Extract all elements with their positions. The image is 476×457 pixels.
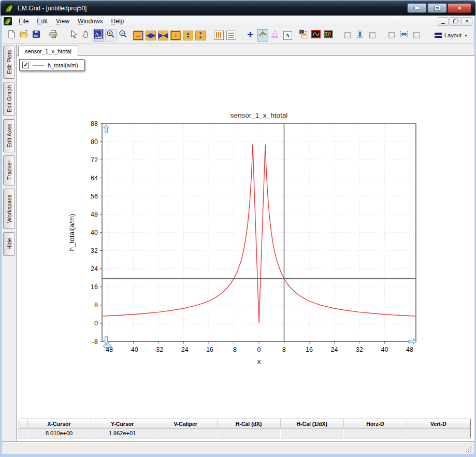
- h-fit-right-checkbox[interactable]: [411, 29, 422, 41]
- svg-text:32: 32: [356, 346, 363, 353]
- minimize-button[interactable]: [407, 3, 427, 13]
- crosshair-button[interactable]: +: [244, 29, 256, 41]
- sidebar-tab-tracker[interactable]: Tracker: [3, 155, 15, 185]
- caliper-button-icon: [270, 30, 280, 41]
- caliper-button[interactable]: [269, 29, 281, 41]
- maximize-button[interactable]: [427, 3, 447, 13]
- dark-plot-button-icon: [311, 30, 321, 41]
- svg-text:40: 40: [381, 346, 388, 353]
- svg-text:16: 16: [91, 283, 98, 291]
- app-logo-icon: [5, 4, 14, 13]
- menu-edit[interactable]: Edit: [33, 16, 52, 26]
- dark-plot-button[interactable]: [310, 29, 322, 41]
- app-window: EM.Grid - [untitledproj50] × FileEditVie…: [0, 0, 476, 457]
- h-fit-button-icon: [399, 30, 409, 41]
- tab-sensor-1-x-htotal[interactable]: sensor_1_x_htotal: [18, 46, 78, 56]
- main-area: Edit PlotsEdit GraphEdit AxesTrackerWork…: [2, 45, 474, 441]
- plot-report-button[interactable]: [298, 29, 309, 41]
- mdi-minimize-icon: [441, 23, 445, 24]
- pointer-tool-button-icon: [69, 30, 78, 41]
- save-button[interactable]: [31, 29, 42, 41]
- menu-file[interactable]: File: [15, 16, 33, 26]
- chevron-down-icon: ▼: [464, 34, 468, 37]
- svg-text:-24: -24: [179, 346, 189, 353]
- mdi-close-icon: ×: [465, 18, 469, 24]
- compress-y-button[interactable]: ▼▲: [195, 29, 206, 41]
- legend-label: h_total(a/m): [48, 62, 78, 68]
- window-title: EM.Grid - [untitledproj50]: [18, 5, 86, 12]
- pan-tool-button[interactable]: [80, 29, 92, 41]
- cursor-value-cell: 1.962e+01: [91, 429, 154, 438]
- h-fit-right-checkbox-icon: [413, 32, 420, 38]
- zoom-out-button[interactable]: [118, 29, 129, 41]
- expand-y-button-icon: ▲▼: [183, 31, 193, 40]
- new-document-button[interactable]: [6, 29, 17, 41]
- text-label-button[interactable]: A: [282, 29, 293, 41]
- cursor-value-cell: [217, 429, 280, 438]
- stretch-x-button[interactable]: ↔: [133, 29, 144, 41]
- svg-text:80: 80: [91, 138, 98, 146]
- svg-text:16: 16: [306, 346, 313, 353]
- resize-grip[interactable]: [465, 445, 471, 452]
- plot-select-button[interactable]: [93, 29, 104, 41]
- tracker-button-icon: [258, 30, 267, 41]
- cursor-value-cell: 8.010e+00: [27, 429, 91, 438]
- zoom-out-button-icon: [119, 30, 128, 41]
- column-header: V-Caliper: [154, 419, 217, 429]
- sidebar-tab-hide[interactable]: Hide: [3, 232, 15, 256]
- menu-items: FileEditViewWindowsHelp: [15, 18, 128, 25]
- plot-report-button-icon: [299, 30, 308, 41]
- zoom-in-button-icon: [106, 30, 116, 41]
- horizontal-markers-button[interactable]: [225, 29, 237, 41]
- expand-y-button[interactable]: ▲▼: [182, 29, 194, 41]
- sidebar-tab-edit-plots[interactable]: Edit Plots: [3, 46, 15, 79]
- stretch-x-button-icon: ↔: [133, 31, 143, 40]
- compress-x-button-icon: ▶◀: [158, 31, 168, 40]
- v-fit-button[interactable]: [354, 29, 366, 41]
- vertical-markers-button[interactable]: [213, 29, 224, 41]
- open-file-button[interactable]: [18, 29, 30, 41]
- cursor-readout-table: X-CursorY-CursorV-CaliperH-Cal (dX)H-Cal…: [19, 419, 471, 438]
- cursor-value-cell: [343, 429, 407, 438]
- column-header: H-Cal (1/dX): [280, 419, 343, 429]
- sidebar-tab-edit-axes[interactable]: Edit Axes: [3, 119, 15, 152]
- stretch-y-button[interactable]: ↕: [170, 29, 181, 41]
- tracker-button[interactable]: [257, 29, 268, 41]
- title-bar[interactable]: EM.Grid - [untitledproj50] ×: [1, 1, 475, 16]
- toolbar: ↔◀▶▶◀↕▲▼▼▲+ALayout▼: [2, 27, 474, 44]
- document-tab-bar: sensor_1_x_htotal: [17, 45, 474, 56]
- pointer-tool-button[interactable]: [68, 29, 79, 41]
- text-label-button-icon: A: [283, 31, 292, 40]
- svg-text:24: 24: [91, 265, 98, 273]
- layout-icon: [435, 32, 442, 39]
- svg-text:h_total(a/m): h_total(a/m): [68, 213, 76, 251]
- table-corner-cell: [19, 419, 27, 429]
- minimize-icon: [415, 7, 420, 9]
- h-fit-left-checkbox[interactable]: [386, 29, 397, 41]
- mdi-window-controls: ×: [438, 17, 472, 26]
- layout-button[interactable]: Layout▼: [431, 29, 471, 41]
- menu-bar: FileEditViewWindowsHelp ×: [2, 16, 474, 27]
- plot-canvas[interactable]: -48-40-32-24-16-8081624324048-8081624324…: [17, 56, 474, 398]
- print-button[interactable]: [48, 29, 59, 41]
- mdi-close-button[interactable]: ×: [461, 17, 472, 26]
- cursor-value-cell: [154, 429, 217, 438]
- h-fit-button[interactable]: [398, 29, 410, 41]
- compress-y-button-icon: ▼▲: [195, 31, 206, 40]
- v-fit-left-checkbox[interactable]: [342, 29, 353, 41]
- svg-text:56: 56: [91, 193, 98, 200]
- zoom-in-button[interactable]: [105, 29, 117, 41]
- mdi-minimize-button[interactable]: [438, 17, 449, 26]
- menu-windows[interactable]: Windows: [74, 16, 107, 26]
- close-button[interactable]: ×: [448, 3, 471, 13]
- menu-view[interactable]: View: [52, 16, 74, 26]
- mdi-restore-button[interactable]: [450, 17, 460, 26]
- menu-help[interactable]: Help: [107, 16, 128, 26]
- sidebar-tab-edit-graph[interactable]: Edit Graph: [3, 82, 15, 116]
- dark-multi-plot-button[interactable]: [323, 29, 334, 41]
- v-fit-right-checkbox[interactable]: [367, 29, 378, 41]
- expand-x-button[interactable]: ◀▶: [145, 29, 156, 41]
- compress-x-button[interactable]: ▶◀: [157, 29, 169, 41]
- sidebar-tab-workspace[interactable]: Workspace: [3, 189, 15, 229]
- legend-checkbox[interactable]: ✓: [22, 62, 29, 68]
